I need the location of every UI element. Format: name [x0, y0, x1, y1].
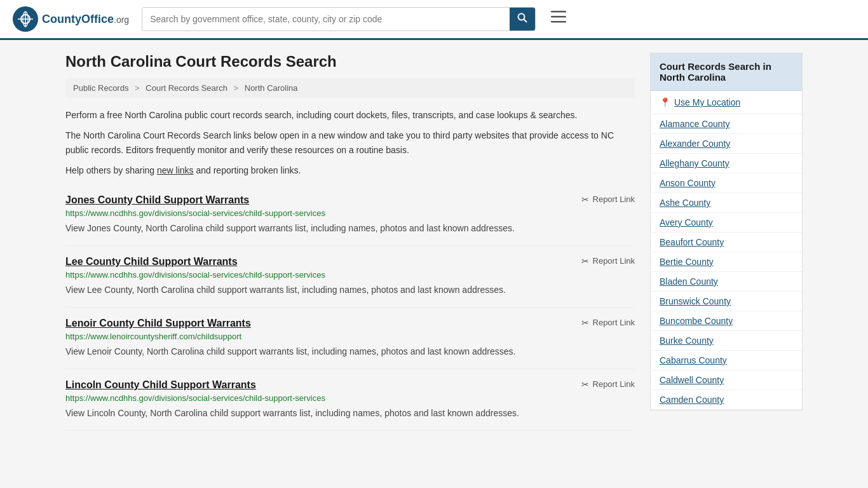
description-1: Perform a free North Carolina public cou… [65, 108, 635, 122]
county-link-1[interactable]: Alexander County [660, 139, 730, 149]
report-icon-1: ✂ [581, 256, 589, 266]
pin-icon: 📍 [660, 97, 670, 107]
breadcrumb-public-records[interactable]: Public Records [73, 83, 128, 93]
report-icon-3: ✂ [581, 379, 589, 390]
use-location-row: 📍 Use My Location [651, 91, 802, 114]
county-link-5[interactable]: Avery County [660, 217, 713, 227]
list-item: Ashe County [651, 193, 802, 213]
search-button[interactable] [510, 8, 535, 30]
result-item: Lincoln County Child Support Warrants ✂ … [65, 369, 635, 431]
county-link-11[interactable]: Burke County [660, 336, 714, 346]
list-item: Beaufort County [651, 233, 802, 252]
result-title-3[interactable]: Lincoln County Child Support Warrants [65, 379, 256, 391]
result-url-3[interactable]: https://www.ncdhhs.gov/divisions/social-… [65, 393, 635, 403]
logo-icon [13, 6, 38, 32]
county-link-8[interactable]: Bladen County [660, 276, 718, 287]
county-link-10[interactable]: Buncombe County [660, 316, 733, 326]
result-desc-1: View Lee County, North Carolina child su… [65, 283, 635, 297]
report-icon-2: ✂ [581, 318, 589, 328]
county-list: Alamance CountyAlexander CountyAlleghany… [651, 114, 802, 410]
county-link-2[interactable]: Alleghany County [660, 158, 729, 168]
county-link-3[interactable]: Anson County [660, 178, 715, 188]
breadcrumb-north-carolina[interactable]: North Carolina [245, 83, 298, 93]
svg-line-6 [524, 20, 527, 23]
logo-text: CountyOffice.org [42, 13, 129, 26]
county-link-9[interactable]: Brunswick County [660, 296, 731, 306]
svg-rect-9 [551, 21, 566, 23]
list-item: Bladen County [651, 272, 802, 292]
county-link-6[interactable]: Beaufort County [660, 237, 724, 247]
result-desc-2: View Lenoir County, North Carolina child… [65, 345, 635, 358]
search-bar [142, 7, 536, 31]
result-item: Jones County Child Support Warrants ✂ Re… [65, 184, 635, 246]
result-url-1[interactable]: https://www.ncdhhs.gov/divisions/social-… [65, 270, 635, 280]
search-input[interactable] [142, 9, 510, 29]
county-link-14[interactable]: Camden County [660, 395, 724, 405]
result-url-0[interactable]: https://www.ncdhhs.gov/divisions/social-… [65, 208, 635, 218]
description-2: The North Carolina Court Records Search … [65, 128, 635, 157]
list-item: Bertie County [651, 252, 802, 272]
county-link-13[interactable]: Caldwell County [660, 375, 724, 385]
list-item: Buncombe County [651, 311, 802, 331]
report-link-3[interactable]: ✂ Report Link [581, 379, 635, 390]
logo[interactable]: CountyOffice.org [13, 6, 129, 32]
breadcrumb: Public Records > Court Records Search > … [65, 78, 635, 98]
list-item: Cabarrus County [651, 351, 802, 370]
report-link-1[interactable]: ✂ Report Link [581, 256, 635, 266]
list-item: Camden County [651, 390, 802, 410]
breadcrumb-court-records[interactable]: Court Records Search [146, 83, 227, 93]
result-item: Lee County Child Support Warrants ✂ Repo… [65, 246, 635, 308]
result-title-1[interactable]: Lee County Child Support Warrants [65, 256, 238, 268]
county-link-0[interactable]: Alamance County [660, 119, 730, 129]
result-item: Lenoir County Child Support Warrants ✂ R… [65, 308, 635, 369]
list-item: Avery County [651, 213, 802, 233]
county-link-12[interactable]: Cabarrus County [660, 355, 727, 365]
page-title: North Carolina Court Records Search [65, 53, 635, 71]
result-url-2[interactable]: https://www.lenoircountysheriff.com/chil… [65, 332, 635, 341]
result-title-2[interactable]: Lenoir County Child Support Warrants [65, 318, 251, 329]
list-item: Caldwell County [651, 370, 802, 390]
sidebar: Court Records Search in North Carolina 📍… [650, 53, 803, 431]
report-link-0[interactable]: ✂ Report Link [581, 194, 635, 205]
result-title-0[interactable]: Jones County Child Support Warrants [65, 194, 249, 206]
svg-rect-8 [551, 16, 566, 18]
list-item: Anson County [651, 173, 802, 193]
description-3: Help others by sharing new links and rep… [65, 163, 635, 177]
svg-point-5 [519, 14, 525, 20]
county-link-4[interactable]: Ashe County [660, 198, 710, 208]
svg-rect-7 [551, 11, 566, 13]
result-desc-3: View Lincoln County, North Carolina chil… [65, 407, 635, 420]
results-container: Jones County Child Support Warrants ✂ Re… [65, 184, 635, 431]
new-links-link[interactable]: new links [157, 165, 194, 175]
county-link-7[interactable]: Bertie County [660, 257, 714, 267]
list-item: Alexander County [651, 134, 802, 154]
list-item: Alamance County [651, 114, 802, 134]
list-item: Burke County [651, 331, 802, 351]
menu-button[interactable] [548, 8, 569, 30]
result-desc-0: View Jones County, North Carolina child … [65, 222, 635, 235]
content-area: North Carolina Court Records Search Publ… [65, 53, 635, 431]
list-item: Brunswick County [651, 292, 802, 311]
use-location-link[interactable]: Use My Location [674, 97, 740, 107]
report-icon-0: ✂ [581, 194, 589, 205]
list-item: Alleghany County [651, 154, 802, 173]
sidebar-title: Court Records Search in North Carolina [651, 53, 802, 91]
report-link-2[interactable]: ✂ Report Link [581, 318, 635, 328]
